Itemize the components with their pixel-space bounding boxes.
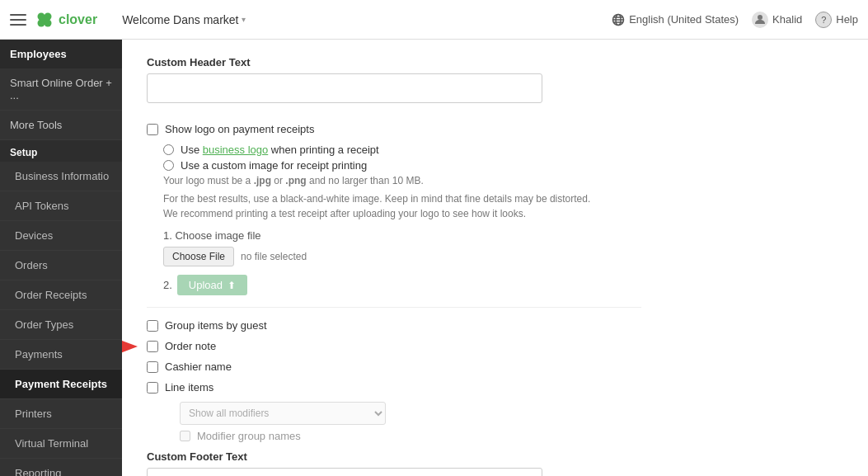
cashier-name-row: Cashier name [147, 361, 641, 373]
file-row: Choose File no file selected [163, 247, 641, 266]
sidebar-business-info[interactable]: Business Informatio [0, 162, 122, 191]
user-name: Khalid [772, 13, 802, 26]
topbar-right: English (United States) Khalid ? Help [612, 12, 858, 28]
welcome-label: Welcome Dans market [122, 13, 238, 26]
red-arrow-container [122, 337, 138, 356]
help-label: Help [836, 13, 858, 26]
group-items-checkbox[interactable] [147, 320, 158, 332]
logo-hint-text: Your logo must be a .jpg or .png and no … [163, 175, 641, 186]
content-area: Custom Header Text Show logo on payment … [122, 40, 868, 476]
clover-logo: clover [35, 10, 97, 30]
upload-label: Upload [189, 279, 223, 291]
sidebar-virtual-terminal[interactable]: Virtual Terminal [0, 429, 122, 459]
content-inner: Custom Header Text Show logo on payment … [147, 56, 641, 476]
welcome-text[interactable]: Welcome Dans market ▾ [122, 13, 246, 26]
choose-file-button[interactable]: Choose File [163, 247, 234, 266]
order-note-row: Order note [147, 340, 216, 352]
upload-icon: ⬆ [228, 280, 236, 291]
user-avatar [752, 12, 768, 28]
sidebar: Employees Smart Online Order + ... More … [0, 40, 122, 476]
business-logo-link[interactable]: business logo [203, 144, 269, 156]
use-biz-text: Use [181, 144, 203, 156]
main-layout: Employees Smart Online Order + ... More … [0, 40, 868, 476]
business-logo-radio[interactable] [163, 144, 174, 155]
red-arrow-icon [122, 337, 138, 356]
line-items-label[interactable]: Line items [165, 381, 213, 394]
language-label: English (United States) [629, 13, 739, 26]
sidebar-payments[interactable]: Payments [0, 340, 122, 370]
show-modifiers-row: Show all modifiers [180, 402, 641, 425]
show-logo-label[interactable]: Show logo on payment receipts [165, 123, 314, 135]
language-button[interactable]: English (United States) [612, 13, 739, 26]
sidebar-payment-receipts[interactable]: Payment Receipts [0, 370, 122, 399]
use-business-logo-row: Use business logo when printing a receip… [163, 144, 641, 156]
biz-logo-suffix: when printing a receipt [268, 144, 378, 156]
group-items-row: Group items by guest [147, 319, 641, 332]
best-results-text: For the best results, use a black-and-wh… [163, 191, 592, 221]
png-text: .png [285, 175, 306, 186]
sidebar-orders[interactable]: Orders [0, 251, 122, 280]
sidebar-setup-header: Setup [0, 140, 122, 162]
custom-header-label: Custom Header Text [147, 56, 641, 68]
upload-button[interactable]: Upload ⬆ [177, 275, 247, 295]
hint-suffix: and no larger than 10 MB. [307, 175, 424, 186]
show-modifiers-select[interactable]: Show all modifiers [180, 402, 386, 425]
step2-label: 2. [163, 279, 172, 291]
business-logo-label: Use business logo when printing a receip… [181, 144, 379, 156]
logo-hint-prefix: Your logo must be a [163, 175, 254, 186]
custom-footer-label: Custom Footer Text [147, 450, 641, 463]
divider-1 [147, 307, 641, 308]
welcome-dropdown-arrow: ▾ [242, 15, 246, 24]
hamburger-menu[interactable] [10, 14, 26, 26]
hint-or: or [271, 175, 285, 186]
line-items-checkbox[interactable] [147, 382, 158, 394]
group-items-label[interactable]: Group items by guest [165, 319, 267, 332]
show-logo-row: Show logo on payment receipts [147, 123, 641, 135]
user-button[interactable]: Khalid [752, 12, 802, 28]
sidebar-order-types[interactable]: Order Types [0, 310, 122, 340]
sidebar-employees[interactable]: Employees [0, 40, 122, 68]
custom-header-input[interactable] [147, 73, 542, 103]
sidebar-order-receipts[interactable]: Order Receipts [0, 280, 122, 310]
modifier-group-row: Modifier group names [180, 430, 641, 442]
step1-label: 1. Choose image file [163, 229, 641, 242]
order-note-checkbox[interactable] [147, 341, 158, 352]
sidebar-more-tools[interactable]: More Tools [0, 111, 122, 140]
jpg-text: .jpg [254, 175, 271, 186]
line-items-row: Line items [147, 381, 641, 394]
custom-image-radio[interactable] [163, 160, 174, 171]
modifier-group-label: Modifier group names [197, 430, 301, 442]
sidebar-api-tokens[interactable]: API Tokens [0, 191, 122, 221]
custom-image-label[interactable]: Use a custom image for receipt printing [181, 159, 367, 172]
modifier-group-checkbox[interactable] [180, 431, 190, 441]
order-note-container: Order note [147, 340, 641, 352]
clover-brand-text: clover [59, 12, 97, 27]
custom-footer-input[interactable] [147, 468, 542, 476]
svg-point-10 [758, 15, 762, 20]
topbar: clover Welcome Dans market ▾ English (Un… [0, 0, 868, 40]
svg-rect-4 [43, 17, 47, 21]
show-logo-checkbox[interactable] [147, 124, 158, 135]
step2-row: 2. Upload ⬆ [163, 275, 641, 295]
use-custom-image-row: Use a custom image for receipt printing [163, 159, 641, 172]
topbar-left: clover Welcome Dans market ▾ [10, 10, 246, 30]
help-button[interactable]: ? Help [815, 12, 858, 28]
no-file-text: no file selected [241, 251, 307, 262]
sidebar-printers[interactable]: Printers [0, 399, 122, 429]
cashier-name-label[interactable]: Cashier name [165, 361, 232, 373]
sidebar-devices[interactable]: Devices [0, 221, 122, 251]
sidebar-reporting[interactable]: Reporting [0, 459, 122, 476]
cashier-name-checkbox[interactable] [147, 361, 158, 373]
order-note-label[interactable]: Order note [165, 340, 216, 352]
sidebar-smart-online[interactable]: Smart Online Order + ... [0, 68, 122, 111]
help-icon: ? [815, 12, 832, 28]
